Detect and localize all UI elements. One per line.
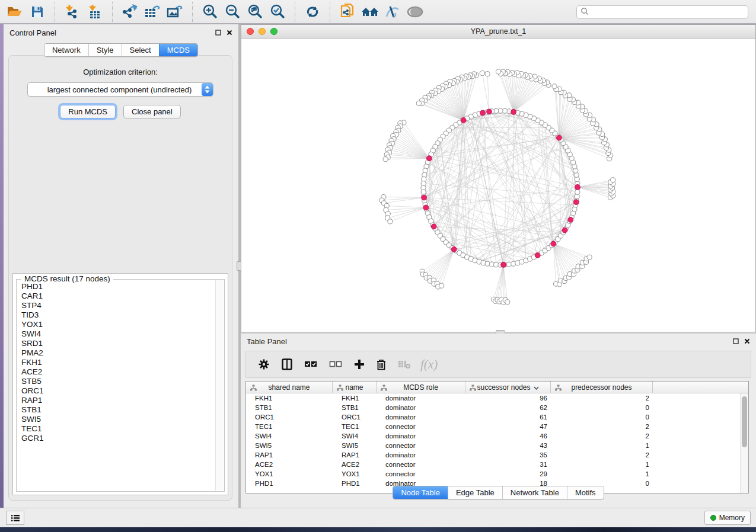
mcds-graph-node[interactable]	[487, 109, 492, 114]
welcome-screen-button[interactable]	[6, 511, 24, 525]
mcds-result-item[interactable]: STB1	[18, 405, 215, 415]
mcds-result-item[interactable]: FKH1	[18, 358, 215, 367]
network-canvas[interactable]	[241, 39, 755, 332]
table-scrollbar-thumb[interactable]	[742, 396, 747, 447]
table-mode-icon[interactable]	[258, 358, 270, 370]
zoom-out-icon[interactable]	[221, 2, 244, 22]
deselect-all-icon[interactable]	[329, 360, 342, 368]
open-folder-icon[interactable]	[4, 2, 26, 22]
delete-column-icon[interactable]	[377, 359, 386, 370]
select-all-icon[interactable]	[304, 360, 317, 368]
memory-button[interactable]: Memory	[704, 511, 751, 525]
export-table-icon[interactable]	[141, 2, 164, 22]
column-header-predecessor-nodes[interactable]: predecessor nodes	[551, 382, 653, 393]
table-row[interactable]: SWI4SWI4dominator462	[246, 431, 748, 441]
graph-node[interactable]	[611, 178, 615, 182]
table-row[interactable]: SWI5SWI5connector431	[246, 441, 748, 450]
mcds-result-item[interactable]: ORC1	[18, 386, 215, 396]
table-row[interactable]: FKH1FKH1dominator962	[246, 393, 748, 403]
mcds-graph-node[interactable]	[461, 118, 466, 123]
run-mcds-button[interactable]: Run MCDS	[60, 105, 116, 118]
float-panel-icon[interactable]	[733, 338, 739, 344]
graph-node[interactable]	[480, 70, 484, 75]
mcds-graph-node[interactable]	[423, 205, 429, 210]
tab-network[interactable]: Network	[44, 44, 88, 56]
add-column-icon[interactable]	[354, 359, 365, 370]
graph-node[interactable]	[383, 157, 388, 162]
graph-node[interactable]	[552, 84, 557, 89]
mcds-graph-node[interactable]	[551, 241, 556, 246]
mcds-graph-node[interactable]	[501, 262, 506, 268]
zoom-selected-icon[interactable]	[266, 2, 289, 22]
search-box[interactable]	[576, 5, 748, 19]
column-header-shared-name[interactable]: shared name	[246, 382, 333, 393]
graph-node[interactable]	[587, 255, 592, 259]
close-panel-icon[interactable]	[227, 30, 232, 36]
zoom-fit-icon[interactable]	[244, 2, 266, 22]
save-icon[interactable]	[26, 2, 49, 22]
mcds-graph-node[interactable]	[422, 195, 427, 200]
mcds-graph-node[interactable]	[562, 227, 567, 233]
mcds-graph-node[interactable]	[556, 135, 562, 140]
graph-node[interactable]	[575, 190, 580, 194]
mcds-graph-node[interactable]	[451, 246, 457, 252]
mcds-result-item[interactable]: CAR1	[18, 291, 215, 301]
tab-select[interactable]: Select	[122, 44, 159, 56]
export-image-icon[interactable]	[164, 2, 186, 22]
show-columns-icon[interactable]	[282, 358, 292, 370]
float-panel-icon[interactable]	[215, 30, 221, 36]
table-row[interactable]: TEC1TEC1connector472	[246, 422, 748, 431]
graph-node[interactable]	[505, 300, 510, 305]
tab-node-table[interactable]: Node Table	[393, 486, 448, 499]
mcds-result-item[interactable]: PMA2	[18, 348, 215, 358]
graph-node[interactable]	[439, 283, 444, 288]
import-table-icon[interactable]	[84, 2, 106, 22]
search-input[interactable]	[589, 7, 748, 18]
tab-edge-table[interactable]: Edge Table	[448, 486, 502, 499]
mcds-graph-node[interactable]	[575, 184, 580, 190]
hide-selected-icon[interactable]	[381, 2, 404, 22]
optimization-criterion-select[interactable]: largest connected component (undirected)	[27, 82, 213, 97]
tab-style[interactable]: Style	[88, 44, 122, 56]
column-header-name[interactable]: name	[333, 382, 377, 393]
table-row[interactable]: ORC1ORC1dominator610	[246, 412, 748, 422]
column-header-successor-nodes[interactable]: successor nodes	[465, 382, 551, 393]
table-row[interactable]: RAP1RAP1dominator352	[246, 450, 748, 460]
mcds-result-item[interactable]: TID3	[18, 310, 215, 320]
mcds-result-item[interactable]: TEC1	[18, 424, 215, 434]
mcds-result-item[interactable]: RAP1	[18, 396, 215, 405]
graph-node[interactable]	[388, 219, 393, 224]
mcds-graph-node[interactable]	[568, 217, 573, 223]
mcds-graph-node[interactable]	[480, 110, 485, 116]
mcds-result-item[interactable]: YOX1	[18, 320, 215, 329]
show-all-icon[interactable]	[404, 2, 426, 22]
houses-icon[interactable]	[359, 2, 381, 22]
close-panel-icon[interactable]	[744, 338, 750, 344]
mcds-graph-node[interactable]	[426, 156, 432, 161]
graph-node[interactable]	[496, 69, 500, 74]
mcds-graph-node[interactable]	[573, 200, 579, 205]
mcds-result-item[interactable]: SRD1	[18, 339, 215, 348]
table-row[interactable]: ACE2ACE2connector311	[246, 460, 748, 469]
close-panel-button[interactable]: Close panel	[123, 105, 181, 118]
network-window-titlebar[interactable]: YPA_prune.txt_1	[241, 25, 755, 39]
export-network-icon[interactable]	[119, 2, 141, 22]
table-row[interactable]: STB1STB1dominator620	[246, 403, 748, 412]
graph-node[interactable]	[416, 101, 421, 105]
mcds-result-item[interactable]: STP4	[18, 301, 215, 310]
mcds-result-item[interactable]: ACE2	[18, 367, 215, 377]
mcds-result-item[interactable]: STB5	[18, 377, 215, 386]
zoom-in-icon[interactable]	[199, 2, 221, 22]
table-scrollbar-track[interactable]	[740, 393, 748, 493]
tab-mcds[interactable]: MCDS	[159, 44, 197, 56]
tab-network-table[interactable]: Network Table	[502, 486, 567, 499]
mcds-graph-node[interactable]	[511, 109, 516, 114]
list-scrollbar-track[interactable]	[215, 280, 224, 491]
mcds-result-item[interactable]: SWI4	[18, 329, 215, 339]
mcds-graph-node[interactable]	[431, 224, 436, 229]
graph-node[interactable]	[485, 72, 490, 76]
column-header-MCDS-role[interactable]: MCDS role	[377, 382, 465, 393]
mcds-result-item[interactable]: GCR1	[18, 434, 215, 443]
mcds-result-item[interactable]: PHD1	[18, 282, 215, 291]
import-network-icon[interactable]	[61, 2, 84, 22]
